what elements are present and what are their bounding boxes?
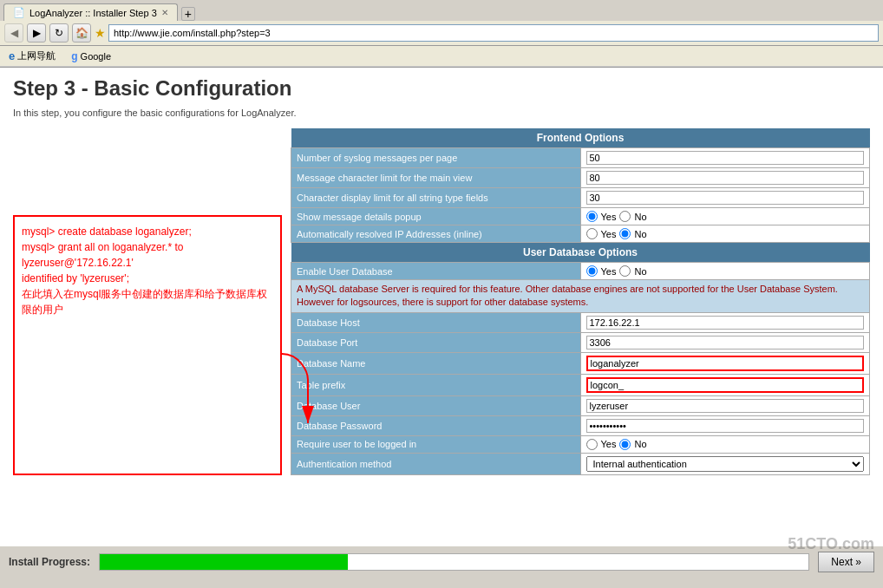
char-display-limit-value (580, 188, 870, 208)
browser-tab[interactable]: 📄 LogAnalyzer :: Installer Step 3 ✕ (3, 3, 178, 21)
db-host-value (580, 312, 870, 332)
db-password-input[interactable] (586, 419, 865, 433)
db-warning-text: A MySQL database Server is required for … (291, 280, 870, 313)
show-details-label: Show message details popup (291, 208, 581, 225)
enable-db-no-radio[interactable] (619, 265, 631, 277)
table-row: A MySQL database Server is required for … (291, 280, 870, 313)
syslog-messages-input[interactable] (586, 151, 865, 165)
address-bar-input[interactable] (108, 24, 879, 42)
auto-resolve-label: Automatically resolved IP Addresses (inl… (291, 225, 581, 243)
annotation-text: mysql> create database loganalyzer; mysq… (22, 224, 273, 317)
progress-bar-fill (100, 554, 348, 570)
db-port-input[interactable] (586, 336, 865, 350)
auth-method-label: Authentication method (291, 453, 581, 474)
db-password-label: Database Password (291, 415, 581, 435)
home-button[interactable]: 🏠 (72, 23, 91, 42)
enable-user-db-value: Yes No (580, 263, 870, 280)
db-port-value (580, 332, 870, 352)
show-details-yes-label: Yes (601, 212, 617, 222)
table-row: Automatically resolved IP Addresses (inl… (291, 225, 870, 243)
table-row: Enable User Database Yes No (291, 263, 870, 280)
char-display-limit-label: Character display limit for all string t… (291, 188, 581, 208)
table-prefix-input[interactable] (586, 377, 865, 393)
bookmark-star-icon[interactable]: ★ (95, 26, 106, 40)
user-db-options-header: User Database Options (291, 243, 870, 263)
msg-char-limit-value (580, 168, 870, 188)
table-row: Show message details popup Yes No (291, 208, 870, 225)
next-button[interactable]: Next » (818, 552, 874, 572)
refresh-button[interactable]: ↻ (49, 23, 69, 42)
show-details-no-label: No (634, 212, 646, 222)
db-user-label: Database User (291, 395, 581, 415)
auto-resolve-no-radio[interactable] (619, 228, 631, 239)
bookmark-label-2: Google (81, 51, 111, 62)
db-password-value (580, 415, 870, 435)
db-name-value (580, 352, 870, 374)
table-row: Database User (291, 395, 870, 415)
table-row: Database Port (291, 332, 870, 352)
auth-method-value: Internal authentication (580, 453, 870, 474)
db-host-input[interactable] (586, 316, 865, 330)
enable-db-yes-radio[interactable] (586, 265, 598, 277)
table-row: Database Name (291, 352, 870, 374)
char-display-limit-input[interactable] (586, 191, 865, 205)
bookmark-wangdaohang[interactable]: e 上网导航 (4, 48, 60, 64)
db-user-value (580, 395, 870, 415)
page-content: Step 3 - Basic Configuration In this ste… (0, 68, 883, 545)
require-login-no-radio[interactable] (619, 439, 631, 450)
back-button[interactable]: ◀ (4, 23, 23, 42)
progress-bar-container (99, 553, 809, 571)
table-row: Database Host (291, 312, 870, 332)
show-details-yes-radio[interactable] (586, 211, 598, 222)
auto-resolve-yes-radio[interactable] (586, 228, 598, 239)
table-row: Number of syslog messages per page (291, 148, 870, 168)
frontend-options-header: Frontend Options (291, 128, 870, 148)
table-row: Table prefix (291, 374, 870, 395)
page-description: In this step, you configure the basic co… (13, 108, 870, 118)
syslog-messages-label: Number of syslog messages per page (291, 148, 581, 168)
table-row: Character display limit for all string t… (291, 188, 870, 208)
config-area: Frontend Options Number of syslog messag… (291, 128, 870, 475)
enable-user-db-label: Enable User Database (291, 263, 581, 280)
new-tab-button[interactable]: + (181, 7, 195, 21)
table-row: Database Password (291, 415, 870, 435)
show-details-value: Yes No (580, 208, 870, 225)
tab-title: LogAnalyzer :: Installer Step 3 (29, 8, 157, 18)
enable-db-no-label: No (634, 266, 646, 277)
frontend-options-table: Frontend Options Number of syslog messag… (291, 128, 870, 475)
progress-label: Install Progress: (9, 556, 90, 568)
require-login-yes-label: Yes (601, 439, 617, 449)
db-port-label: Database Port (291, 332, 581, 352)
db-name-input[interactable] (586, 356, 865, 371)
enable-db-yes-label: Yes (601, 266, 617, 277)
require-login-label: Require user to be logged in (291, 435, 581, 453)
table-row: Message character limit for the main vie… (291, 168, 870, 188)
require-login-yes-radio[interactable] (586, 439, 598, 450)
google-icon: g (71, 50, 77, 62)
db-host-label: Database Host (291, 312, 581, 332)
bookmark-label-1: 上网导航 (17, 49, 56, 62)
auto-resolve-value: Yes No (580, 225, 870, 243)
table-row: Require user to be logged in Yes No (291, 435, 870, 453)
auto-resolve-no-label: No (634, 229, 646, 239)
require-login-no-label: No (634, 439, 646, 449)
msg-char-limit-label: Message character limit for the main vie… (291, 168, 581, 188)
db-user-input[interactable] (586, 399, 865, 413)
msg-char-limit-input[interactable] (586, 171, 865, 185)
status-bar: Install Progress: Next » (0, 545, 883, 578)
table-row: Authentication method Internal authentic… (291, 453, 870, 474)
tab-close-button[interactable]: ✕ (161, 8, 168, 17)
auth-method-select[interactable]: Internal authentication (586, 456, 865, 472)
tab-favicon: 📄 (13, 7, 25, 18)
annotation-box: mysql> create database loganalyzer; mysq… (13, 215, 282, 475)
table-prefix-value (580, 374, 870, 395)
syslog-messages-value (580, 148, 870, 168)
show-details-no-radio[interactable] (619, 211, 631, 222)
ie-icon: e (9, 49, 15, 62)
require-login-value: Yes No (580, 435, 870, 453)
table-prefix-label: Table prefix (291, 374, 581, 395)
bookmark-google[interactable]: g Google (67, 49, 115, 64)
forward-button[interactable]: ▶ (27, 23, 46, 42)
db-name-label: Database Name (291, 352, 581, 374)
page-title: Step 3 - Basic Configuration (13, 76, 870, 101)
